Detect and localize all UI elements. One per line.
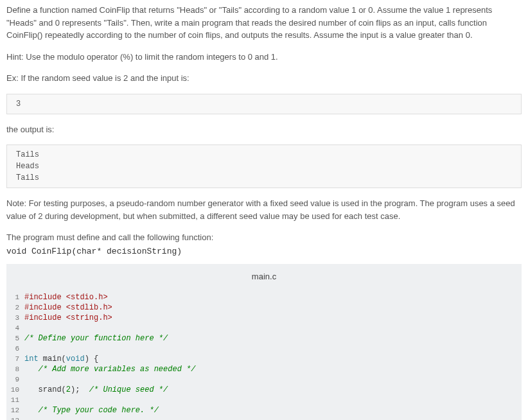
code-line[interactable]: 7 int main(void) {: [6, 354, 522, 364]
keyword-void: void: [66, 354, 85, 363]
problem-note: Note: For testing purposes, a pseudo-ran…: [6, 197, 522, 222]
comment: /* Add more variables as needed */: [24, 365, 195, 374]
line-number: 2: [6, 302, 24, 313]
code-line[interactable]: 9: [6, 374, 522, 385]
line-number: 6: [6, 344, 24, 354]
line-number: 12: [6, 405, 24, 416]
code-text: ) {: [85, 354, 99, 363]
function-requirement: The program must define and call the fol…: [6, 231, 522, 244]
comment: /* Define your function here */: [24, 334, 168, 343]
include-directive: #include: [24, 303, 66, 312]
code-line[interactable]: 3 #include <string.h>: [6, 313, 522, 323]
line-number: 11: [6, 395, 24, 405]
code-editor[interactable]: 1 #include <stdio.h> 2 #include <stdlib.…: [6, 290, 522, 421]
include-header: <stdlib.h>: [66, 303, 112, 312]
code-line[interactable]: 6: [6, 344, 522, 354]
function-signature: void CoinFlip(char* decisionString): [6, 245, 522, 258]
keyword-int: int: [24, 354, 39, 363]
problem-example-intro: Ex: If the random seed value is 2 and th…: [6, 72, 522, 85]
include-header: <string.h>: [66, 313, 112, 322]
code-line[interactable]: 5 /* Define your function here */: [6, 333, 522, 344]
problem-paragraph-1: Define a function named CoinFlip that re…: [6, 4, 522, 42]
code-line[interactable]: 1 #include <stdio.h>: [6, 292, 522, 302]
code-line[interactable]: 2 #include <stdlib.h>: [6, 302, 522, 313]
line-number: 1: [6, 292, 24, 302]
code-line[interactable]: 8 /* Add more variables as needed */: [6, 364, 522, 374]
include-directive: #include: [24, 293, 66, 302]
code-line[interactable]: 12 /* Type your code here. */: [6, 405, 522, 416]
example-output-box: Tails Heads Tails: [6, 144, 522, 188]
example-input-box: 3: [6, 94, 522, 114]
line-number: 13: [6, 416, 24, 421]
line-number: 8: [6, 364, 24, 374]
output-label: the output is:: [6, 123, 522, 136]
code-line[interactable]: 4: [6, 323, 522, 333]
code-text: );: [71, 385, 89, 394]
comment: /* Unique seed */: [89, 385, 168, 394]
line-number: 3: [6, 313, 24, 323]
problem-hint: Hint: Use the modulo operator (%) to lim…: [6, 51, 522, 64]
code-text: main(: [39, 354, 66, 363]
file-tab[interactable]: main.c: [6, 264, 522, 290]
line-number: 9: [6, 374, 24, 385]
code-editor-panel: main.c 1 #include <stdio.h> 2 #include <…: [6, 264, 522, 420]
code-line[interactable]: 10 srand(2); /* Unique seed */: [6, 385, 522, 395]
line-number: 7: [6, 354, 24, 364]
code-line[interactable]: 13: [6, 416, 522, 421]
line-number: 5: [6, 333, 24, 344]
comment: /* Type your code here. */: [24, 406, 159, 415]
code-line[interactable]: 11: [6, 395, 522, 405]
line-number: 4: [6, 323, 24, 333]
include-header: <stdio.h>: [66, 293, 108, 302]
line-number: 10: [6, 385, 24, 395]
code-text: srand(: [24, 385, 66, 394]
include-directive: #include: [24, 313, 66, 322]
number-literal: 2: [66, 385, 71, 394]
